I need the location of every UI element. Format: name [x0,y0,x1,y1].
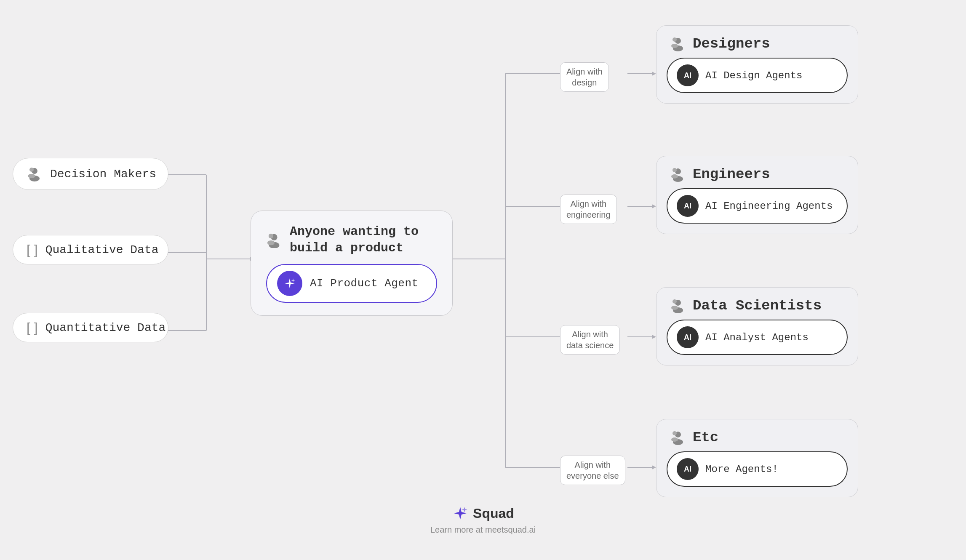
ai-analyst-agents-label: AI Analyst Agents [705,332,809,343]
data-scientists-title: Data Scientists [667,298,848,314]
svg-marker-17 [652,72,656,76]
bracket-icon-quant: [ ] [27,321,38,334]
align-data-science-label: Align with data science [560,325,620,355]
ai-badge-more: AI [677,458,699,480]
align-design-label: Align with design [560,62,609,92]
person-icon-designers [670,36,686,52]
ai-design-agents-pill: AI AI Design Agents [667,58,848,93]
svg-point-44 [672,431,677,435]
person-icon-dm [27,166,43,182]
qualitative-data-label: Qualitative Data [45,243,159,256]
data-scientists-group: Data Scientists AI AI Analyst Agents [656,287,858,365]
etc-label: Etc [693,429,718,445]
engineers-label: Engineers [693,166,770,182]
svg-point-40 [672,299,677,304]
ai-engineering-agents-label: AI Engineering Agents [705,200,833,212]
canvas: Decision Makers [ ] Qualitative Data [ ]… [0,0,966,560]
ai-badge-design: AI [677,64,699,86]
designers-label: Designers [693,36,770,52]
person-icon-etc [670,429,686,445]
person-icon-engineers [670,166,686,182]
ai-badge-engineering: AI [677,195,699,217]
quantitative-data-node: [ ] Quantitative Data [13,313,168,342]
more-agents-label: More Agents! [705,464,778,475]
etc-group: Etc AI More Agents! [656,419,858,497]
svg-point-25 [28,174,35,178]
etc-title: Etc [667,429,848,445]
qualitative-data-node: [ ] Qualitative Data [13,235,168,264]
svg-point-32 [672,37,677,42]
svg-marker-20 [652,465,656,469]
logo-area: Squad Learn more at meetsquad.ai [430,505,536,535]
svg-point-36 [672,168,677,172]
logo-subtitle: Learn more at meetsquad.ai [430,525,536,535]
data-scientists-label: Data Scientists [693,298,822,314]
center-node-title: Anyone wanting to build a product [266,224,437,256]
svg-point-45 [671,437,678,442]
sparkle-icon [277,271,302,296]
svg-point-29 [267,240,275,245]
ai-badge-analyst: AI [677,326,699,348]
center-node-title-text: Anyone wanting to build a product [290,224,437,256]
designers-title: Designers [667,36,848,52]
bracket-icon-qual: [ ] [27,243,38,256]
engineers-group: Engineers AI AI Engineering Agents [656,156,858,234]
align-engineering-label: Align with engineering [560,195,617,224]
svg-point-37 [671,174,678,179]
ai-product-pill: AI Product Agent [266,264,437,303]
person-icon-data-scientists [670,298,686,314]
decision-makers-node: Decision Makers [13,158,168,190]
svg-point-41 [671,306,678,310]
logo-row: Squad [452,505,514,522]
ai-analyst-agents-pill: AI AI Analyst Agents [667,320,848,355]
designers-group: Designers AI AI Design Agents [656,25,858,104]
person-icon-center [266,232,282,248]
ai-product-agent-label: AI Product Agent [310,277,419,290]
align-everyone-label: Align with everyone else [560,456,625,485]
more-agents-pill: AI More Agents! [667,451,848,487]
svg-marker-18 [652,204,656,208]
svg-point-28 [269,234,273,238]
svg-marker-19 [652,335,656,339]
logo-text: Squad [473,506,514,521]
squad-logo-icon [452,505,469,522]
center-node: Anyone wanting to build a product AI Pro… [251,211,453,316]
svg-point-24 [29,168,34,172]
decision-makers-label: Decision Makers [50,168,156,181]
svg-point-33 [671,44,678,48]
quantitative-data-label: Quantitative Data [45,321,166,334]
engineers-title: Engineers [667,166,848,182]
ai-design-agents-label: AI Design Agents [705,70,802,81]
ai-engineering-agents-pill: AI AI Engineering Agents [667,188,848,224]
